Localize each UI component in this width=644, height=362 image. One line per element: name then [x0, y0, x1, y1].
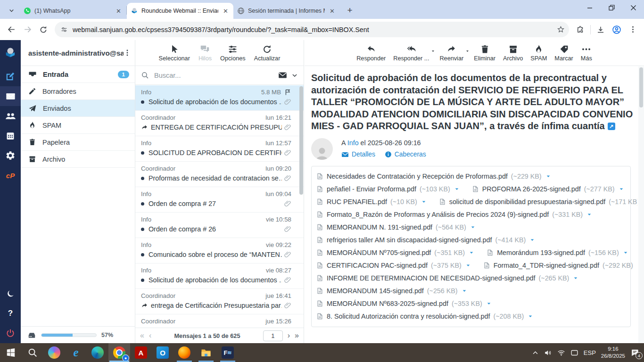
message-list-item[interactable]: Info lun 09:04 Orden de compra # 27 [135, 187, 304, 213]
spam-button[interactable]: SPAM [527, 42, 550, 64]
site-info-icon[interactable] [60, 26, 68, 33]
cpanel-link[interactable]: cP [0, 165, 21, 185]
attachment-menu-caret-icon[interactable] [619, 186, 624, 192]
options-button[interactable]: Opciones [217, 42, 249, 64]
first-page-button[interactable]: « [140, 331, 144, 340]
attachment-item[interactable]: RUC PENAFIEL.pdf (~10 KB) [316, 197, 427, 206]
new-tab-button[interactable]: + [344, 4, 356, 16]
url-text[interactable]: webmail.sanjuan.gob.ec/cpsess3794509387/… [73, 26, 549, 33]
wifi-icon[interactable] [557, 349, 565, 357]
last-page-button[interactable]: » [295, 331, 299, 340]
attachment-name[interactable]: MEMORANDUM 145-signed.pdf [327, 287, 424, 295]
prev-page-button[interactable]: ‹ [149, 331, 151, 340]
message-list-item[interactable]: Info vie 08:27 Solicitud de aprobación d… [135, 263, 304, 289]
forms-app-icon[interactable]: F≋ [217, 343, 239, 362]
close-button[interactable] [622, 0, 644, 16]
dark-mode-button[interactable] [0, 284, 21, 304]
firefox-icon[interactable] [173, 343, 195, 362]
tab-session[interactable]: Sesión terminada | Informes Me ✕ [233, 3, 340, 19]
attachment-name[interactable]: 8. Solicitud Autorización contra y resol… [327, 313, 490, 320]
attachment-item[interactable]: 8. Solicitud Autorización contra y resol… [316, 312, 533, 321]
attachment-name[interactable]: RUC PENAFIEL.pdf [327, 198, 387, 206]
reply-button[interactable]: Responder [353, 42, 389, 64]
external-link-icon[interactable]: ↗ [608, 123, 615, 130]
attachment-menu-caret-icon[interactable] [470, 224, 476, 230]
attachment-menu-caret-icon[interactable] [486, 301, 492, 306]
search-scope-mail-icon[interactable] [278, 71, 287, 80]
message-list-item[interactable]: Coordinador lun 16:21 ENTREGA DE CERTIFI… [135, 111, 304, 136]
attachment-name[interactable]: solicitud de disponibilidad presupuestar… [449, 198, 605, 206]
message-list-item[interactable]: Coordinador lun 09:20 Proformas de neces… [135, 162, 304, 187]
tab-close-icon[interactable]: ✕ [115, 7, 123, 15]
list-scrollbar[interactable] [299, 86, 303, 228]
sidebar-item-spam[interactable]: SPAM [21, 117, 135, 134]
language-indicator[interactable]: ESP [584, 349, 596, 356]
attachment-menu-caret-icon[interactable] [573, 275, 578, 281]
tab-whatsapp[interactable]: (1) WhatsApp ✕ [20, 3, 126, 19]
attachment-name[interactable]: INFORME DE DETERMINACION DE NECESIDAD-si… [327, 274, 536, 282]
attachment-name[interactable]: Formato_8_Razón de Proformas y Análisis … [327, 211, 549, 218]
forward-button[interactable] [20, 22, 35, 37]
file-explorer-icon[interactable] [195, 343, 217, 362]
attachment-menu-caret-icon[interactable] [637, 263, 637, 268]
search-input[interactable] [153, 71, 274, 80]
copilot-icon[interactable] [43, 343, 65, 362]
message-list-item[interactable]: Info vie 10:58 Orden de compra # 26 [135, 213, 304, 238]
page-number-input[interactable] [263, 330, 283, 341]
attachment-menu-caret-icon[interactable] [529, 237, 535, 243]
tray-chevron-up-icon[interactable] [532, 349, 539, 356]
attachment-name[interactable]: MEMORÁNDUM Nº683-2025-signed.pdf [327, 300, 448, 307]
attachment-item[interactable]: CERTIFICACION PAC-signed.pdf (~375 KB) [316, 261, 471, 270]
attachment-name[interactable]: MEMORANDUM N. 191-signed.pdf [327, 223, 432, 231]
next-page-button[interactable]: › [288, 331, 290, 340]
attachment-item[interactable]: refrigerios taller AM sin discapacidad-s… [316, 236, 535, 244]
message-list-item[interactable]: Info vie 09:22 Comunicado sobre el proce… [135, 238, 304, 263]
attachment-menu-caret-icon[interactable] [462, 288, 467, 294]
attachment-name[interactable]: Memorándum 193-signed.pdf [497, 249, 585, 256]
help-button[interactable]: ? [0, 304, 21, 323]
attachment-menu-caret-icon[interactable] [586, 212, 592, 217]
attachment-name[interactable]: Necesidades de Contratación y Recepción … [327, 173, 508, 180]
attachment-item[interactable]: INFORME DE DETERMINACION DE NECESIDAD-si… [316, 274, 578, 282]
attachment-name[interactable]: MEMORÁNDUM Nº705-signed.pdf [327, 249, 431, 256]
sidebar-item-archivo[interactable]: Archivo [21, 151, 135, 168]
forward-button[interactable]: Reenviar [436, 42, 467, 64]
message-list-item[interactable]: Coordinador jue 16:41 entrega de Certifi… [135, 289, 304, 314]
reply-all-button[interactable]: Responder ... [390, 42, 432, 64]
chrome-icon[interactable]: ● [108, 343, 130, 362]
edge-icon[interactable] [87, 343, 108, 362]
restore-button[interactable] [601, 0, 622, 16]
mark-button[interactable]: Marcar [551, 42, 576, 64]
attachment-name[interactable]: peñafiel - Enviar Proforma.pdf [327, 185, 416, 193]
attachment-menu-caret-icon[interactable] [454, 186, 460, 192]
attachment-item[interactable]: Memorándum 193-signed.pdf (~156 KB) [487, 248, 628, 257]
message-list-item[interactable]: Info 5.8 MB Solicitud de aprobación de l… [135, 85, 304, 111]
rail-settings-button[interactable] [0, 146, 21, 165]
forward-menu-caret-icon[interactable] [465, 49, 470, 53]
message-list-item[interactable]: Info lun 12:57 SOLICITUD DE APROBACION D… [135, 136, 304, 162]
rail-contacts-button[interactable] [0, 106, 21, 126]
roundcube-logo[interactable] [0, 43, 21, 63]
recipient-link[interactable]: Info [347, 139, 359, 147]
sidebar-item-entrada[interactable]: Entrada 1 [21, 66, 135, 83]
attachment-item[interactable]: Formato_4_TDR-signed-signed.pdf (~292 KB… [483, 261, 637, 270]
more-button[interactable]: Más [578, 42, 595, 64]
tab-close-icon[interactable]: ✕ [222, 7, 230, 15]
attachment-name[interactable]: PROFORMA 26-2025-signed.pdf [482, 185, 581, 193]
internet-explorer-icon[interactable]: e [65, 343, 87, 362]
minimize-button[interactable] [579, 0, 601, 16]
bookmark-star-icon[interactable] [554, 23, 567, 36]
delete-button[interactable]: Eliminar [471, 42, 499, 64]
refresh-button[interactable]: Actualizar [251, 42, 284, 64]
attachment-item[interactable]: MEMORÁNDUM Nº705-signed.pdf (~351 KB) [316, 248, 474, 257]
sidebar-item-papelera[interactable]: Papelera [21, 134, 135, 151]
attachment-name[interactable]: CERTIFICACION PAC-signed.pdf [327, 262, 428, 269]
tab-roundcube[interactable]: Roundcube Webmail :: Enviados ✕ [127, 3, 233, 19]
extensions-icon[interactable] [573, 22, 588, 37]
account-menu-icon[interactable] [124, 49, 131, 57]
archive-button[interactable]: Archivo [500, 42, 526, 64]
select-button[interactable]: Seleccionar [156, 42, 193, 64]
start-button[interactable] [0, 343, 22, 362]
reply-all-menu-caret-icon[interactable] [431, 49, 435, 53]
reading-scrollbar-thumb[interactable] [639, 67, 643, 107]
